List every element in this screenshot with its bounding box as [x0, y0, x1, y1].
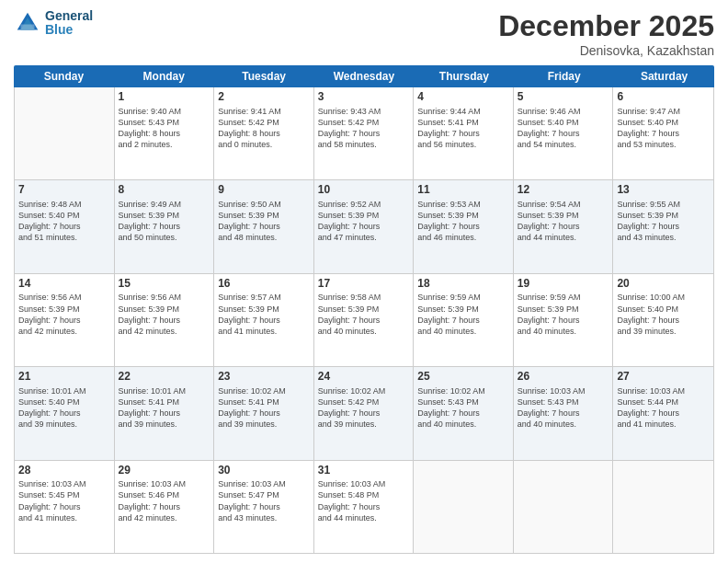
day-number: 27 — [617, 370, 710, 385]
day-number: 11 — [417, 183, 509, 198]
day-number: 25 — [417, 370, 509, 385]
day-number: 29 — [119, 464, 210, 478]
day-info: Sunrise: 9:44 AM Sunset: 5:41 PM Dayligh… — [417, 106, 509, 151]
calendar-cell: 2Sunrise: 9:41 AM Sunset: 5:42 PM Daylig… — [214, 87, 314, 179]
day-number: 20 — [617, 277, 710, 292]
location: Denisovka, Kazakhstan — [498, 43, 714, 58]
calendar-cell: 17Sunrise: 9:58 AM Sunset: 5:39 PM Dayli… — [314, 274, 415, 366]
day-number: 15 — [119, 277, 210, 292]
weekday-header: Sunday — [14, 65, 114, 87]
day-number: 23 — [218, 370, 310, 385]
calendar-cell: 23Sunrise: 10:02 AM Sunset: 5:41 PM Dayl… — [214, 367, 314, 459]
calendar-cell: 26Sunrise: 10:03 AM Sunset: 5:43 PM Dayl… — [514, 367, 614, 459]
logo-text: General Blue — [45, 9, 93, 38]
calendar-cell: 31Sunrise: 10:03 AM Sunset: 5:48 PM Dayl… — [314, 461, 415, 553]
weekday-header: Friday — [514, 65, 614, 87]
day-info: Sunrise: 9:49 AM Sunset: 5:39 PM Dayligh… — [119, 199, 210, 244]
day-number: 26 — [518, 370, 609, 385]
calendar-cell: 25Sunrise: 10:02 AM Sunset: 5:43 PM Dayl… — [414, 367, 514, 459]
calendar-body: 1Sunrise: 9:40 AM Sunset: 5:43 PM Daylig… — [14, 87, 714, 554]
calendar-header: SundayMondayTuesdayWednesdayThursdayFrid… — [14, 65, 714, 87]
day-number: 5 — [518, 90, 609, 105]
day-number: 7 — [18, 183, 110, 198]
day-info: Sunrise: 10:03 AM Sunset: 5:45 PM Daylig… — [18, 478, 110, 523]
day-info: Sunrise: 9:55 AM Sunset: 5:39 PM Dayligh… — [617, 199, 710, 244]
day-number: 30 — [218, 464, 310, 478]
day-info: Sunrise: 10:02 AM Sunset: 5:42 PM Daylig… — [318, 385, 410, 431]
day-number: 31 — [318, 464, 410, 478]
day-number: 1 — [119, 90, 210, 105]
weekday-header: Tuesday — [214, 65, 314, 87]
calendar-cell — [15, 87, 115, 179]
day-info: Sunrise: 9:46 AM Sunset: 5:40 PM Dayligh… — [518, 106, 609, 151]
day-number: 17 — [318, 277, 410, 292]
day-info: Sunrise: 9:56 AM Sunset: 5:39 PM Dayligh… — [18, 292, 110, 337]
month-title: December 2025 — [498, 9, 714, 43]
day-info: Sunrise: 10:02 AM Sunset: 5:43 PM Daylig… — [417, 385, 509, 431]
day-info: Sunrise: 9:59 AM Sunset: 5:39 PM Dayligh… — [518, 292, 609, 337]
calendar-cell: 4Sunrise: 9:44 AM Sunset: 5:41 PM Daylig… — [414, 87, 514, 179]
calendar-cell: 1Sunrise: 9:40 AM Sunset: 5:43 PM Daylig… — [115, 87, 215, 179]
day-info: Sunrise: 10:03 AM Sunset: 5:44 PM Daylig… — [617, 385, 710, 431]
day-number: 19 — [518, 277, 609, 292]
svg-rect-2 — [21, 25, 35, 30]
day-info: Sunrise: 10:03 AM Sunset: 5:46 PM Daylig… — [119, 478, 210, 523]
day-number: 8 — [119, 183, 210, 198]
logo: General Blue — [14, 9, 93, 38]
calendar-cell: 13Sunrise: 9:55 AM Sunset: 5:39 PM Dayli… — [613, 180, 713, 272]
calendar-cell: 21Sunrise: 10:01 AM Sunset: 5:40 PM Dayl… — [15, 367, 115, 459]
calendar-cell: 22Sunrise: 10:01 AM Sunset: 5:41 PM Dayl… — [115, 367, 215, 459]
calendar-cell: 7Sunrise: 9:48 AM Sunset: 5:40 PM Daylig… — [15, 180, 115, 272]
day-number: 21 — [18, 370, 110, 385]
calendar-cell: 16Sunrise: 9:57 AM Sunset: 5:39 PM Dayli… — [214, 274, 314, 366]
day-number: 24 — [318, 370, 410, 385]
day-number: 10 — [318, 183, 410, 198]
day-info: Sunrise: 10:00 AM Sunset: 5:40 PM Daylig… — [617, 292, 710, 337]
calendar-cell: 20Sunrise: 10:00 AM Sunset: 5:40 PM Dayl… — [613, 274, 713, 366]
day-number: 12 — [518, 183, 609, 198]
calendar-cell: 8Sunrise: 9:49 AM Sunset: 5:39 PM Daylig… — [115, 180, 215, 272]
day-number: 28 — [18, 464, 110, 478]
day-info: Sunrise: 10:01 AM Sunset: 5:40 PM Daylig… — [18, 385, 110, 431]
calendar-row: 1Sunrise: 9:40 AM Sunset: 5:43 PM Daylig… — [15, 87, 713, 180]
header: General Blue December 2025 Denisovka, Ka… — [14, 9, 714, 58]
calendar-row: 21Sunrise: 10:01 AM Sunset: 5:40 PM Dayl… — [15, 367, 713, 460]
day-info: Sunrise: 9:47 AM Sunset: 5:40 PM Dayligh… — [617, 106, 710, 151]
day-info: Sunrise: 9:40 AM Sunset: 5:43 PM Dayligh… — [119, 106, 210, 151]
day-number: 6 — [617, 90, 710, 105]
calendar-cell: 18Sunrise: 9:59 AM Sunset: 5:39 PM Dayli… — [414, 274, 514, 366]
day-info: Sunrise: 9:52 AM Sunset: 5:39 PM Dayligh… — [318, 199, 410, 244]
weekday-header: Thursday — [414, 65, 514, 87]
day-info: Sunrise: 9:41 AM Sunset: 5:42 PM Dayligh… — [218, 106, 310, 151]
calendar: SundayMondayTuesdayWednesdayThursdayFrid… — [14, 65, 714, 554]
calendar-cell: 5Sunrise: 9:46 AM Sunset: 5:40 PM Daylig… — [514, 87, 614, 179]
calendar-cell: 19Sunrise: 9:59 AM Sunset: 5:39 PM Dayli… — [514, 274, 614, 366]
day-info: Sunrise: 10:02 AM Sunset: 5:41 PM Daylig… — [218, 385, 310, 431]
calendar-cell — [414, 461, 514, 553]
calendar-cell — [514, 461, 614, 553]
day-info: Sunrise: 9:43 AM Sunset: 5:42 PM Dayligh… — [318, 106, 410, 151]
day-info: Sunrise: 10:01 AM Sunset: 5:41 PM Daylig… — [119, 385, 210, 431]
calendar-cell: 6Sunrise: 9:47 AM Sunset: 5:40 PM Daylig… — [613, 87, 713, 179]
day-info: Sunrise: 9:53 AM Sunset: 5:39 PM Dayligh… — [417, 199, 509, 244]
day-number: 16 — [218, 277, 310, 292]
calendar-cell: 28Sunrise: 10:03 AM Sunset: 5:45 PM Dayl… — [15, 461, 115, 553]
calendar-cell: 14Sunrise: 9:56 AM Sunset: 5:39 PM Dayli… — [15, 274, 115, 366]
logo-icon — [14, 9, 41, 37]
day-info: Sunrise: 9:57 AM Sunset: 5:39 PM Dayligh… — [218, 292, 310, 337]
day-info: Sunrise: 10:03 AM Sunset: 5:43 PM Daylig… — [518, 385, 609, 431]
day-number: 14 — [18, 277, 110, 292]
calendar-cell: 24Sunrise: 10:02 AM Sunset: 5:42 PM Dayl… — [314, 367, 415, 459]
day-info: Sunrise: 9:48 AM Sunset: 5:40 PM Dayligh… — [18, 199, 110, 244]
calendar-row: 14Sunrise: 9:56 AM Sunset: 5:39 PM Dayli… — [15, 274, 713, 367]
day-number: 13 — [617, 183, 710, 198]
day-info: Sunrise: 9:59 AM Sunset: 5:39 PM Dayligh… — [417, 292, 509, 337]
day-number: 9 — [218, 183, 310, 198]
calendar-cell — [613, 461, 713, 553]
day-info: Sunrise: 9:50 AM Sunset: 5:39 PM Dayligh… — [218, 199, 310, 244]
calendar-row: 7Sunrise: 9:48 AM Sunset: 5:40 PM Daylig… — [15, 180, 713, 273]
day-number: 18 — [417, 277, 509, 292]
day-info: Sunrise: 10:03 AM Sunset: 5:48 PM Daylig… — [318, 478, 410, 523]
calendar-cell: 30Sunrise: 10:03 AM Sunset: 5:47 PM Dayl… — [214, 461, 314, 553]
calendar-cell: 9Sunrise: 9:50 AM Sunset: 5:39 PM Daylig… — [214, 180, 314, 272]
